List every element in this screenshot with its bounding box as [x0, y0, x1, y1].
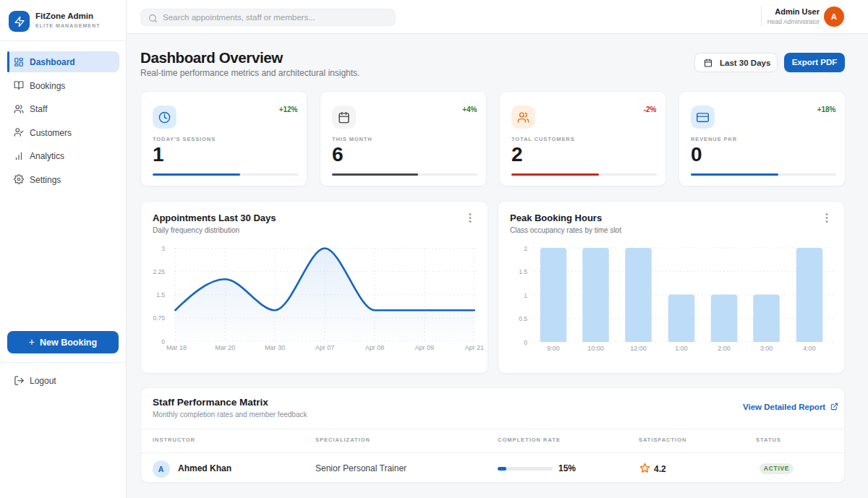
svg-text:Apr 07: Apr 07 — [315, 344, 335, 351]
svg-text:0: 0 — [161, 338, 165, 345]
svg-text:2.25: 2.25 — [153, 268, 165, 275]
svg-text:1: 1 — [524, 292, 527, 299]
svg-text:1.5: 1.5 — [519, 268, 527, 275]
svg-text:Mar 30: Mar 30 — [265, 344, 285, 351]
svg-text:Apr 08: Apr 08 — [365, 344, 385, 351]
svg-text:10:00: 10:00 — [587, 345, 604, 352]
svg-text:2:00: 2:00 — [718, 345, 731, 352]
svg-text:0: 0 — [524, 339, 527, 346]
svg-text:Apr 09: Apr 09 — [415, 344, 435, 351]
svg-text:3:00: 3:00 — [760, 345, 773, 352]
svg-text:9:00: 9:00 — [547, 345, 560, 352]
svg-text:Mar 18: Mar 18 — [166, 344, 187, 351]
svg-text:2: 2 — [524, 245, 527, 252]
svg-text:Apr 21: Apr 21 — [464, 344, 484, 351]
svg-text:Mar 20: Mar 20 — [215, 344, 235, 351]
svg-text:1:00: 1:00 — [675, 345, 688, 352]
svg-text:4:00: 4:00 — [803, 345, 816, 352]
svg-text:0.75: 0.75 — [153, 314, 165, 322]
svg-text:1.5: 1.5 — [156, 291, 165, 299]
svg-text:12:00: 12:00 — [630, 345, 647, 352]
svg-text:0.5: 0.5 — [519, 315, 527, 322]
svg-text:3: 3 — [161, 245, 165, 252]
